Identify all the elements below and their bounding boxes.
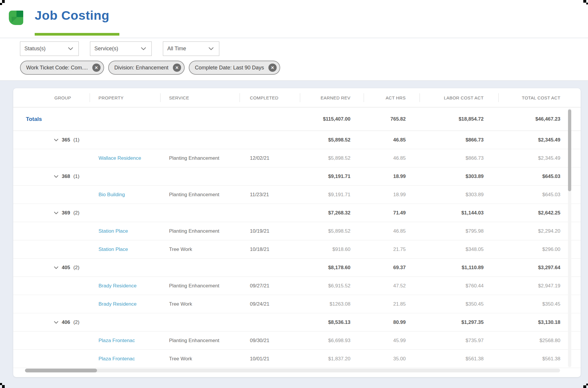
group-row-406[interactable]: 406 (2) $8,536.13 80.99 $1,297.35 $3,130… (13, 313, 581, 332)
column-header-total-cost-act[interactable]: TOTAL COST ACT (498, 88, 581, 107)
service-value: Planting Enhancement (160, 228, 240, 234)
corner-mark (586, 384, 588, 385)
property-link[interactable]: Plaza Frontenac (90, 338, 160, 344)
group-toggle[interactable]: 369 (2) (13, 210, 90, 216)
property-link[interactable]: Brady Residence (90, 301, 160, 307)
status-dropdown-label: Status(s) (24, 46, 46, 52)
group-number: 369 (62, 210, 70, 216)
column-header-act-hrs[interactable]: ACT HRS (364, 88, 420, 107)
completed-date: 09/27/21 (240, 283, 300, 289)
group-row-369[interactable]: 369 (2) $7,268.32 71.49 $1,144.03 $2,642… (13, 204, 581, 222)
labor-cost-act-value: $735.97 (420, 338, 498, 344)
act-hrs-value: 69.37 (364, 265, 420, 271)
act-hrs-value: 71.49 (364, 210, 420, 216)
service-value: Tree Work (160, 247, 240, 252)
corner-mark (583, 0, 586, 3)
group-count: (2) (73, 210, 79, 216)
chevron-down-icon (208, 47, 214, 50)
column-header-earned-rev[interactable]: EARNED REV (300, 88, 364, 107)
close-icon[interactable]: ✕ (173, 64, 181, 72)
service-value: Tree Work (160, 301, 240, 307)
property-link[interactable]: Plaza Frontenac (90, 356, 160, 362)
table-row: Station Place Tree Work 10/18/21 $918.60… (13, 240, 581, 259)
property-link[interactable]: Bio Building (90, 192, 160, 198)
labor-cost-act-value: $1,297.35 (420, 319, 498, 325)
totals-label: Totals (13, 116, 90, 122)
act-hrs-value: 47.52 (364, 283, 420, 289)
service-value: Planting Enhancement (160, 192, 240, 198)
chevron-down-icon[interactable] (54, 321, 59, 324)
property-link[interactable]: Station Place (90, 228, 160, 234)
property-link[interactable]: Brady Residence (90, 283, 160, 289)
vertical-scrollbar-thumb[interactable] (568, 109, 571, 191)
table-row: Bio Building Planting Enhancement 11/23/… (13, 186, 581, 204)
earned-rev-value: $8,536.13 (300, 319, 364, 325)
group-number: 368 (62, 174, 70, 179)
service-value: Planting Enhancement (160, 283, 240, 289)
chevron-down-icon[interactable] (54, 139, 59, 141)
group-toggle[interactable]: 368 (1) (13, 174, 90, 179)
property-link[interactable]: Wallace Residence (90, 155, 160, 161)
act-hrs-value: 18.99 (364, 174, 420, 179)
act-hrs-value: 46.85 (364, 137, 420, 143)
filter-chips: Work Ticket Code: Com.... ✕ Division: En… (20, 61, 280, 75)
column-header-labor-cost-act[interactable]: LABOR COST ACT (420, 88, 498, 107)
group-toggle[interactable]: 405 (2) (13, 265, 90, 271)
corner-mark (586, 3, 588, 4)
earned-rev-value: $9,191.71 (300, 192, 364, 198)
table-row: Brady Residence Tree Work 09/24/21 $1263… (13, 295, 581, 313)
chevron-down-icon[interactable] (54, 266, 59, 269)
table-row: Plaza Frontenac Tree Work 10/01/21 $1,83… (13, 350, 581, 368)
service-value: Tree Work (160, 356, 240, 362)
column-header-completed[interactable]: COMPLETED (240, 88, 300, 107)
group-row-365[interactable]: 365 (1) $5,898.52 46.85 $866.73 $2,345.4… (13, 131, 581, 149)
totals-row: Totals $115,407.00 765.82 $18,854.72 $46… (13, 107, 581, 131)
close-icon[interactable]: ✕ (92, 64, 101, 72)
table-row: Plaza Frontenac Planting Enhancement 09/… (13, 332, 581, 350)
act-hrs-value: 21.75 (364, 247, 420, 252)
corner-mark (2, 0, 5, 3)
earned-rev-value: $9,191.71 (300, 174, 364, 179)
page-title: Job Costing (35, 8, 109, 23)
completed-date: 09/30/21 (240, 338, 300, 344)
earned-rev-value: $918.60 (300, 247, 364, 252)
group-toggle[interactable]: 365 (1) (13, 137, 90, 143)
earned-rev-value: $6,915.52 (300, 283, 364, 289)
labor-cost-act-value: $795.98 (420, 228, 498, 234)
status-dropdown[interactable]: Status(s) (20, 41, 79, 56)
service-dropdown[interactable]: Service(s) (90, 41, 152, 56)
earned-rev-value: $1263.08 (300, 301, 364, 307)
completed-date: 12/02/21 (240, 155, 300, 161)
group-toggle[interactable]: 406 (2) (13, 319, 90, 325)
labor-cost-act-value: $303.89 (420, 192, 498, 198)
horizontal-scrollbar-thumb[interactable] (25, 369, 97, 372)
labor-cost-act-value: $1,144.03 (420, 210, 498, 216)
filter-chip-work-ticket-code[interactable]: Work Ticket Code: Com.... ✕ (20, 61, 104, 75)
group-count: (1) (73, 137, 79, 143)
close-icon[interactable]: ✕ (268, 64, 277, 72)
earned-rev-value: $5,898.52 (300, 137, 364, 143)
act-hrs-value: 46.85 (364, 155, 420, 161)
column-header-group[interactable]: GROUP (13, 88, 90, 107)
completed-date: 10/01/21 (240, 356, 300, 362)
filter-chip-division[interactable]: Division: Enhancement ✕ (108, 61, 185, 75)
chevron-down-icon[interactable] (54, 212, 59, 214)
group-row-405[interactable]: 405 (2) $8,178.60 69.37 $1,110.89 $3,297… (13, 259, 581, 277)
labor-cost-act-value: $760.44 (420, 283, 498, 289)
group-number: 406 (62, 319, 70, 325)
group-row-368[interactable]: 368 (1) $9,191.71 18.99 $303.89 $645.03 (13, 167, 581, 186)
filter-chip-label: Work Ticket Code: Com.... (26, 65, 88, 71)
group-count: (2) (73, 265, 79, 271)
column-header-service[interactable]: SERVICE (160, 88, 240, 107)
property-link[interactable]: Station Place (90, 247, 160, 252)
corner-mark (0, 383, 2, 385)
act-hrs-value: 21.85 (364, 301, 420, 307)
chevron-down-icon[interactable] (54, 175, 59, 178)
time-range-dropdown[interactable]: All Time (163, 41, 219, 56)
filter-chip-complete-date[interactable]: Complete Date: Last 90 Days ✕ (189, 61, 280, 75)
earned-rev-value: $1,837.20 (300, 356, 364, 362)
column-header-property[interactable]: PROPERTY (90, 88, 160, 107)
app-logo-leaf-icon (9, 11, 23, 25)
corner-mark (0, 3, 2, 5)
horizontal-scrollbar-track[interactable] (25, 369, 560, 372)
